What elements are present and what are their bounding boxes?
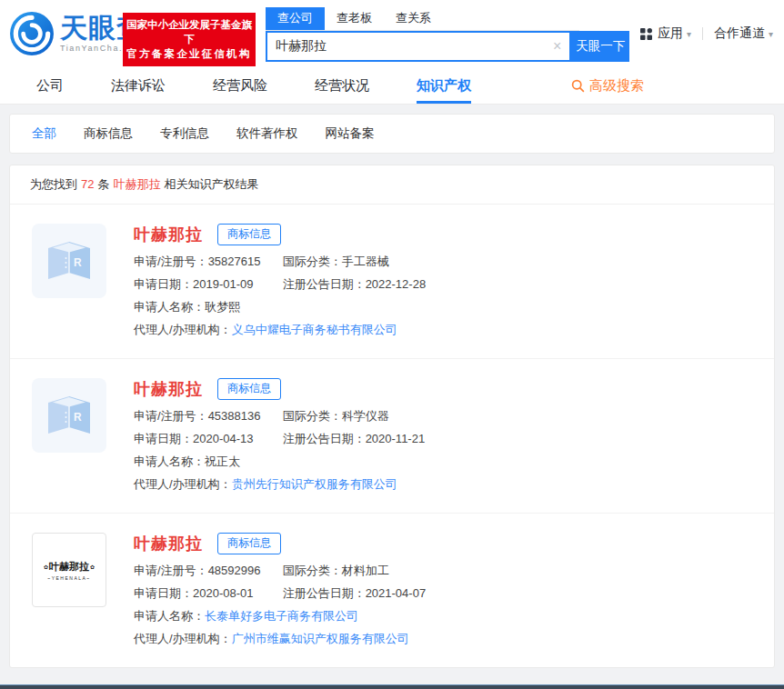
- apply-date-value: 2020-04-13: [193, 432, 254, 445]
- search-input[interactable]: [267, 39, 545, 54]
- search-button[interactable]: 天眼一下: [571, 31, 629, 62]
- trademark-info-badge[interactable]: 商标信息: [217, 533, 281, 554]
- applicant-label: 申请人名称：: [134, 609, 205, 623]
- search-icon: [571, 79, 585, 93]
- tianyancha-eye-icon: [9, 11, 55, 56]
- nav-item-lawsuits[interactable]: 法律诉讼: [111, 67, 166, 104]
- apply-date-value: 2019-01-09: [193, 277, 254, 291]
- svg-text:R: R: [74, 256, 82, 269]
- search-area: 查公司 查老板 查关系 × 天眼一下: [266, 7, 629, 62]
- search-tab-boss[interactable]: 查老板: [325, 7, 384, 30]
- announce-date-label: 注册公告日期：: [283, 432, 366, 445]
- announce-date-value: 2021-04-07: [366, 586, 427, 600]
- intl-class-value: 材料加工: [342, 564, 389, 577]
- intl-class-label: 国际分类：: [283, 409, 342, 423]
- nav-item-business-risk[interactable]: 经营风险: [213, 67, 267, 104]
- trademark-title[interactable]: 叶赫那拉: [134, 533, 203, 554]
- official-banner: 国家中小企业发展子基金旗下 官方备案企业征信机构: [123, 13, 256, 66]
- intl-class-value: 科学仪器: [342, 409, 389, 423]
- announce-date-label: 注册公告日期：: [283, 277, 366, 291]
- trademark-info-badge[interactable]: 商标信息: [217, 378, 281, 400]
- trademark-result-card: R 叶赫那拉 商标信息 申请/注册号：45388136 国际分类：科学仪器 申请…: [10, 359, 774, 514]
- header-right: 应用 ▾ 合作通道 ▾: [639, 25, 773, 42]
- search-tabs: 查公司 查老板 查关系: [266, 7, 579, 31]
- announce-date-value: 2020-11-21: [366, 432, 426, 445]
- summary-unit: 条: [97, 177, 109, 191]
- apply-date-label: 申请日期：: [134, 277, 193, 291]
- intl-class-label: 国际分类：: [283, 564, 342, 577]
- applicant-value: 耿梦熙: [205, 300, 240, 314]
- trademark-image-subtext: ~YEHENALA~: [47, 575, 91, 581]
- main-nav: 公司 法律诉讼 经营风险 经营状况 知识产权 高级搜索: [0, 67, 784, 105]
- ip-subtabs: 全部 商标信息 专利信息 软件著作权 网站备案: [9, 114, 775, 154]
- partner-channel-menu[interactable]: 合作通道 ▾: [714, 25, 773, 42]
- apply-date-value: 2020-08-01: [193, 586, 254, 600]
- apps-menu[interactable]: 应用 ▾: [639, 25, 691, 42]
- announce-date-label: 注册公告日期：: [283, 586, 366, 600]
- banner-line1: 国家中小企业发展子基金旗下: [126, 17, 252, 46]
- summary-suffix: 相关知识产权结果: [164, 177, 258, 191]
- applicant-label: 申请人名称：: [134, 300, 205, 314]
- results-summary: 为您找到72条叶赫那拉相关知识产权结果: [10, 165, 774, 205]
- search-tab-company[interactable]: 查公司: [266, 7, 325, 30]
- subtab-trademark[interactable]: 商标信息: [84, 125, 133, 142]
- trademark-ornament: ✿: [44, 564, 48, 570]
- trademark-placeholder-image[interactable]: R: [32, 224, 106, 298]
- banner-line2: 官方备案企业征信机构: [126, 46, 252, 61]
- trademark-image-text: 叶赫那拉: [49, 560, 89, 574]
- trademark-placeholder-image[interactable]: R: [32, 378, 106, 453]
- trademark-title[interactable]: 叶赫那拉: [134, 224, 203, 245]
- agent-link[interactable]: 广州市维赢知识产权服务有限公司: [232, 632, 409, 645]
- reg-no-value: 48592996: [208, 564, 261, 577]
- advanced-search-link[interactable]: 高级搜索: [571, 67, 644, 104]
- reg-no-value: 45388136: [208, 409, 261, 423]
- book-icon: R: [32, 224, 106, 298]
- clear-icon[interactable]: ×: [545, 38, 569, 55]
- apps-grid-icon: [639, 27, 653, 41]
- trademark-info-badge[interactable]: 商标信息: [217, 224, 281, 245]
- nav-item-business-status[interactable]: 经营状况: [315, 67, 369, 104]
- announce-date-value: 2022-12-28: [366, 277, 427, 291]
- header: 天眼查 TianYanCha.com 国家中小企业发展子基金旗下 官方备案企业征…: [0, 0, 784, 67]
- result-count: 72: [81, 177, 94, 191]
- nav-item-company[interactable]: 公司: [36, 67, 64, 104]
- subtab-software-copyright[interactable]: 软件著作权: [236, 125, 298, 142]
- applicant-value: 祝正太: [205, 454, 240, 468]
- trademark-title[interactable]: 叶赫那拉: [134, 378, 203, 400]
- chevron-down-icon: ▾: [769, 29, 773, 39]
- book-icon: R: [32, 378, 106, 453]
- nav-item-intellectual-property[interactable]: 知识产权: [417, 67, 471, 104]
- trademark-logo-image: ✿ 叶赫那拉 ✿ ~YEHENALA~: [32, 533, 106, 607]
- agent-label: 代理人/办理机构：: [134, 477, 232, 491]
- reg-no-label: 申请/注册号：: [134, 409, 208, 423]
- agent-label: 代理人/办理机构：: [134, 323, 232, 336]
- subtab-website-icp[interactable]: 网站备案: [326, 125, 375, 142]
- applicant-label: 申请人名称：: [134, 454, 205, 468]
- trademark-result-card: ✿ 叶赫那拉 ✿ ~YEHENALA~ 叶赫那拉 商标信息 申请/注册号：485…: [10, 514, 774, 667]
- svg-text:R: R: [74, 411, 82, 424]
- trademark-image[interactable]: ✿ 叶赫那拉 ✿ ~YEHENALA~: [32, 533, 106, 607]
- applicant-link[interactable]: 长泰单好多电子商务有限公司: [205, 609, 358, 623]
- reg-no-label: 申请/注册号：: [134, 564, 208, 577]
- trademark-result-card: R 叶赫那拉 商标信息 申请/注册号：35827615 国际分类：手工器械 申请…: [10, 205, 774, 359]
- trademark-ornament: ✿: [90, 564, 95, 570]
- summary-keyword: 叶赫那拉: [113, 177, 160, 191]
- apps-label: 应用: [658, 25, 683, 42]
- summary-prefix: 为您找到: [30, 177, 77, 191]
- results-panel: 为您找到72条叶赫那拉相关知识产权结果 R 叶赫那拉 商标信息 申请/注: [9, 165, 775, 668]
- intl-class-label: 国际分类：: [283, 255, 342, 268]
- apply-date-label: 申请日期：: [134, 432, 193, 445]
- agent-link[interactable]: 贵州先行知识产权服务有限公司: [232, 477, 397, 491]
- advanced-search-label: 高级搜索: [589, 77, 644, 95]
- reg-no-value: 35827615: [208, 255, 261, 268]
- intl-class-value: 手工器械: [342, 255, 389, 268]
- chevron-down-icon: ▾: [687, 29, 691, 39]
- subtab-all[interactable]: 全部: [32, 125, 56, 142]
- reg-no-label: 申请/注册号：: [134, 255, 208, 268]
- bottom-edge-bar: [0, 684, 784, 689]
- search-tab-relation[interactable]: 查关系: [384, 7, 443, 30]
- apply-date-label: 申请日期：: [134, 586, 193, 600]
- subtab-patent[interactable]: 专利信息: [160, 125, 209, 142]
- agent-link[interactable]: 义乌中耀电子商务秘书有限公司: [232, 323, 397, 336]
- partner-label: 合作通道: [714, 25, 765, 42]
